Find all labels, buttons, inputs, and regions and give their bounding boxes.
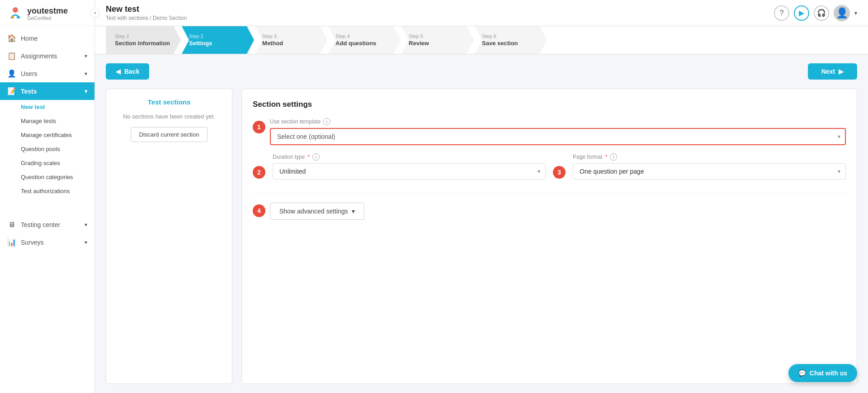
sidebar-subitem-new-test[interactable]: New test: [0, 100, 94, 114]
page-format-info-icon[interactable]: i: [610, 153, 617, 161]
sidebar-subitem-question-categories[interactable]: Question categories: [0, 170, 94, 184]
help-button[interactable]: ?: [774, 5, 789, 21]
sidebar-subitem-question-pools[interactable]: Question pools: [0, 142, 94, 156]
step-1-label: Section information: [115, 40, 170, 47]
page-format-select[interactable]: One question per page: [573, 163, 846, 180]
sidebar-item-users[interactable]: 👤 Users ▾: [0, 65, 94, 82]
chevron-down-icon: ▾: [85, 88, 87, 95]
play-button[interactable]: ▶: [794, 5, 809, 21]
step-6[interactable]: Step 6 Save section: [475, 26, 547, 54]
template-field-group: Use section template i Select one (optio…: [270, 118, 846, 145]
breadcrumb: Test with sections / Demo Section: [106, 15, 187, 21]
sidebar-item-label: Testing center: [21, 221, 60, 228]
badge-4: 4: [253, 204, 265, 217]
page-format-select-wrapper: One question per page ▾: [573, 163, 846, 180]
step-2-label: Settings: [189, 40, 212, 47]
section-settings-panel: Section settings 1 Use section template …: [241, 89, 857, 384]
duration-select-wrapper: Unlimited ▾: [273, 163, 546, 180]
sidebar-item-surveys[interactable]: 📊 Surveys ▾: [0, 233, 94, 251]
step-4[interactable]: Step 4 Add questions: [328, 26, 401, 54]
logo-sub: GetCertified: [27, 16, 68, 21]
panel-title: Test sections: [148, 98, 191, 106]
sidebar-item-testing-center[interactable]: 🖥 Testing center ▾: [0, 216, 94, 233]
sidebar-subitem-label: New test: [21, 104, 45, 110]
advanced-settings-row: 4 Show advanced settings ▾: [253, 199, 846, 220]
step-3[interactable]: Step 3 Method: [255, 26, 327, 54]
sidebar-subitem-label: Test authorizations: [21, 188, 70, 194]
step-5-label: Review: [409, 40, 429, 47]
step-6-num: Step 6: [482, 33, 518, 39]
chat-button[interactable]: 💬 Chat with us: [788, 364, 857, 382]
sidebar-subitem-test-authorizations[interactable]: Test authorizations: [0, 184, 94, 198]
next-arrow-icon: ▶: [839, 68, 844, 75]
page-format-required-star: *: [605, 154, 607, 160]
sidebar-subitem-label: Manage certificates: [21, 132, 72, 138]
sidebar-subitem-manage-tests[interactable]: Manage tests: [0, 114, 94, 128]
sidebar-item-label: Assignments: [21, 52, 57, 60]
sidebar-item-assignments[interactable]: 📋 Assignments ▾: [0, 47, 94, 65]
duration-required-star: *: [307, 154, 310, 160]
home-icon: 🏠: [7, 34, 16, 43]
steps-bar: Step 1 Section information Step 2 Settin…: [95, 26, 868, 54]
sidebar-subitem-label: Manage tests: [21, 118, 56, 124]
next-button[interactable]: Next ▶: [808, 63, 857, 80]
header-title-group: New test Test with sections / Demo Secti…: [106, 5, 187, 21]
avatar-button[interactable]: 👤: [834, 5, 850, 21]
sidebar-item-label: Surveys: [21, 239, 44, 246]
logo-text: youtestme GetCertified: [27, 6, 68, 21]
main-content: New test Test with sections / Demo Secti…: [95, 0, 868, 393]
page-title: New test: [106, 5, 187, 14]
sidebar-item-tests[interactable]: 📝 Tests ▾: [0, 82, 94, 100]
sidebar-subitem-manage-certificates[interactable]: Manage certificates: [0, 128, 94, 142]
duration-info-icon[interactable]: i: [312, 153, 320, 161]
back-button[interactable]: ◀ Back: [106, 63, 149, 80]
step-3-num: Step 3: [262, 33, 283, 39]
page-format-field-group: Page format * i One question per page ▾: [573, 153, 846, 180]
sidebar-item-label: Tests: [21, 88, 37, 95]
show-advanced-settings-button[interactable]: Show advanced settings ▾: [270, 203, 364, 220]
two-column-layout: Test sections No sections have been crea…: [106, 89, 857, 384]
step-5[interactable]: Step 5 Review: [401, 26, 474, 54]
svg-point-2: [17, 16, 19, 19]
template-info-icon[interactable]: i: [323, 118, 330, 125]
chevron-down-icon: ▾: [85, 71, 87, 77]
surveys-icon: 📊: [7, 238, 16, 246]
headset-button[interactable]: 🎧: [814, 5, 829, 21]
step-4-label: Add questions: [335, 40, 376, 47]
duration-select[interactable]: Unlimited: [273, 163, 546, 180]
badge-3: 3: [553, 166, 566, 179]
avatar-dropdown-arrow[interactable]: ▾: [854, 10, 857, 16]
chat-icon: 💬: [798, 369, 806, 377]
collapse-sidebar-button[interactable]: «: [90, 8, 100, 18]
step-2[interactable]: Step 2 Settings: [182, 26, 254, 54]
sidebar-nav: 🏠 Home 📋 Assignments ▾ 👤 Users ▾ 📝 Tests…: [0, 26, 94, 393]
step-3-label: Method: [262, 40, 283, 47]
svg-point-0: [13, 7, 18, 13]
sidebar-item-label: Home: [21, 35, 38, 42]
panel-empty-message: No sections have been created yet.: [123, 113, 215, 120]
step-2-num: Step 2: [189, 33, 212, 39]
avatar-icon: 👤: [836, 7, 848, 19]
users-icon: 👤: [7, 69, 16, 78]
assignments-icon: 📋: [7, 52, 16, 60]
divider: [253, 193, 846, 194]
step-1[interactable]: Step 1 Section information: [106, 26, 181, 54]
duration-field-group: Duration type * i Unlimited ▾: [273, 153, 546, 180]
template-select[interactable]: Select one (optional): [270, 128, 846, 145]
step-5-num: Step 5: [409, 33, 429, 39]
sidebar-logo: youtestme GetCertified «: [0, 0, 94, 26]
testing-center-icon: 🖥: [7, 221, 16, 229]
sidebar-item-home[interactable]: 🏠 Home: [0, 29, 94, 47]
tests-icon: 📝: [7, 87, 16, 95]
step-4-num: Step 4: [335, 33, 376, 39]
badge-2: 2: [253, 166, 265, 179]
badge-1: 1: [253, 121, 265, 133]
top-header: New test Test with sections / Demo Secti…: [95, 0, 868, 26]
chevron-down-icon: ▾: [352, 208, 355, 215]
sidebar-subitem-label: Question categories: [21, 174, 73, 180]
step-1-num: Step 1: [115, 33, 170, 39]
sidebar-item-label: Users: [21, 70, 38, 77]
sidebar-subitem-grading-scales[interactable]: Grading scales: [0, 156, 94, 170]
logo-icon: [7, 5, 24, 22]
discard-section-button[interactable]: Discard current section: [131, 127, 208, 142]
